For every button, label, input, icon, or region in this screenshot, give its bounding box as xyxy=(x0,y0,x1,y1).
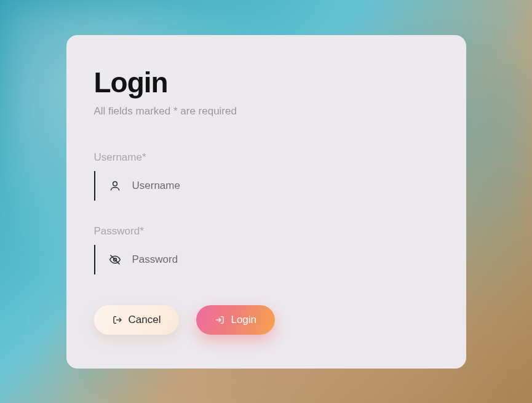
page-subtitle: All fields marked * are required xyxy=(94,105,439,118)
password-input[interactable] xyxy=(132,253,439,266)
cancel-button-label: Cancel xyxy=(129,314,161,326)
username-field-group: Username* xyxy=(94,151,439,201)
user-icon xyxy=(109,180,121,192)
button-row: Cancel Login xyxy=(94,305,439,335)
username-label: Username* xyxy=(94,151,439,164)
logout-icon xyxy=(113,315,122,325)
password-input-wrapper xyxy=(94,245,439,274)
password-label: Password* xyxy=(94,225,439,237)
eye-off-icon[interactable] xyxy=(109,253,121,266)
login-icon xyxy=(215,315,224,325)
login-button-label: Login xyxy=(231,314,256,326)
password-field-group: Password* xyxy=(94,225,439,274)
login-button[interactable]: Login xyxy=(196,305,275,335)
page-title: Login xyxy=(94,66,439,99)
username-input[interactable] xyxy=(132,180,439,192)
svg-point-0 xyxy=(113,182,117,186)
cancel-button[interactable]: Cancel xyxy=(94,305,180,335)
username-input-wrapper xyxy=(94,171,439,201)
login-card: Login All fields marked * are required U… xyxy=(66,35,466,369)
